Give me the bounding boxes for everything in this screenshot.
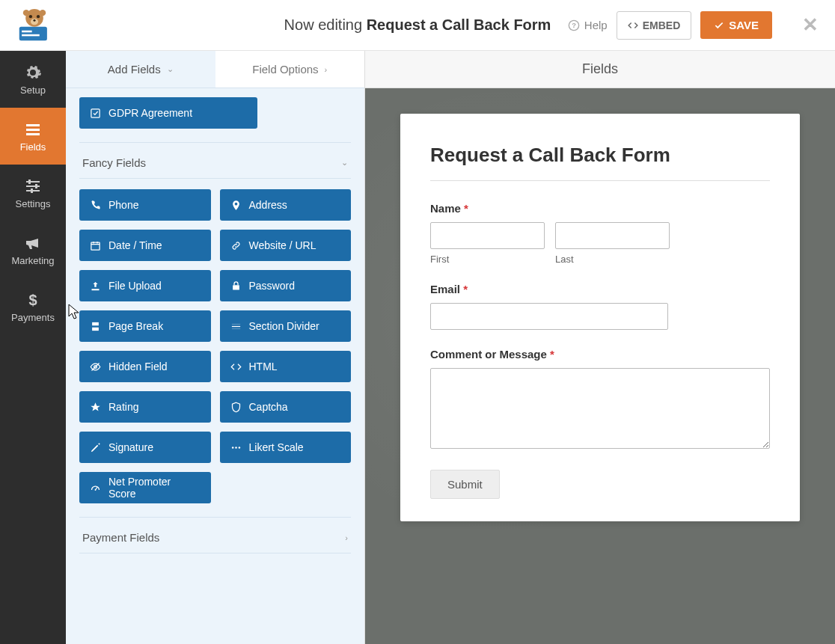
- field-name[interactable]: Name * First Last: [430, 202, 770, 265]
- comment-label: Comment or Message *: [430, 348, 770, 361]
- tab-field-options[interactable]: Field Options ›: [215, 51, 365, 88]
- sliders-icon: [24, 177, 42, 195]
- nav-payments-label: Payments: [11, 312, 55, 323]
- svg-point-4: [29, 15, 32, 18]
- field-password-label: Password: [249, 280, 295, 292]
- help-icon: ?: [568, 19, 580, 31]
- pencil-icon: [90, 442, 101, 453]
- field-divider[interactable]: Section Divider: [220, 310, 352, 342]
- svg-rect-28: [92, 322, 99, 325]
- nav-settings[interactable]: Settings: [0, 165, 66, 221]
- field-rating[interactable]: Rating: [79, 391, 211, 423]
- pagebreak-icon: [90, 321, 101, 332]
- field-signature[interactable]: Signature: [79, 432, 211, 463]
- fields-scroll[interactable]: GDPR Agreement Fancy Fields ⌄ Phone Addr…: [66, 88, 364, 644]
- field-email[interactable]: Email *: [430, 283, 770, 330]
- main-area: Setup Fields Settings Marketing $ Paymen…: [0, 51, 835, 644]
- field-likert[interactable]: Likert Scale: [220, 432, 352, 463]
- app-logo: [9, 4, 60, 46]
- required-mark: *: [460, 283, 468, 295]
- field-datetime-label: Date / Time: [108, 239, 162, 251]
- save-button[interactable]: SAVE: [700, 11, 772, 39]
- nav-marketing[interactable]: Marketing: [0, 221, 66, 278]
- svg-point-5: [37, 15, 40, 18]
- svg-rect-23: [91, 242, 100, 250]
- calendar-icon: [90, 240, 101, 251]
- tab-options-label: Field Options: [252, 63, 318, 76]
- field-upload[interactable]: File Upload: [79, 270, 211, 301]
- nav-setup-label: Setup: [20, 85, 46, 96]
- divider: [430, 180, 770, 181]
- svg-rect-27: [233, 285, 239, 289]
- field-nps[interactable]: Net Promoter Score: [79, 472, 211, 503]
- svg-rect-20: [31, 188, 33, 193]
- field-website[interactable]: Website / URL: [220, 230, 352, 261]
- fancy-fields-label: Fancy Fields: [82, 156, 146, 169]
- side-nav: Setup Fields Settings Marketing $ Paymen…: [0, 51, 66, 644]
- upload-icon: [90, 280, 101, 292]
- svg-point-7: [33, 19, 35, 21]
- field-datetime[interactable]: Date / Time: [79, 230, 211, 261]
- embed-label: EMBED: [643, 19, 681, 31]
- nav-marketing-label: Marketing: [11, 255, 54, 266]
- form-name: Request a Call Back Form: [367, 16, 551, 33]
- dots-icon: [230, 442, 242, 453]
- field-html[interactable]: HTML: [220, 351, 352, 382]
- svg-point-35: [231, 447, 233, 449]
- name-label: Name *: [430, 202, 770, 215]
- lock-icon: [230, 280, 242, 292]
- field-password[interactable]: Password: [220, 270, 352, 301]
- embed-button[interactable]: EMBED: [617, 11, 692, 40]
- tab-add-fields[interactable]: Add Fields ⌄: [66, 51, 215, 88]
- svg-text:$: $: [28, 292, 37, 308]
- editing-prefix: Now editing: [284, 16, 367, 33]
- first-name-input[interactable]: [430, 222, 545, 249]
- gauge-icon: [90, 482, 101, 494]
- nav-fields[interactable]: Fields: [0, 108, 66, 165]
- first-sublabel: First: [430, 254, 545, 265]
- field-address[interactable]: Address: [220, 189, 352, 221]
- comment-textarea[interactable]: [430, 368, 770, 449]
- email-label: Email *: [430, 283, 770, 295]
- field-pagebreak[interactable]: Page Break: [79, 310, 211, 342]
- field-hidden[interactable]: Hidden Field: [79, 351, 211, 382]
- svg-rect-2: [22, 34, 40, 36]
- submit-button[interactable]: Submit: [430, 470, 500, 499]
- svg-point-8: [23, 9, 29, 15]
- chevron-right-icon: ›: [325, 65, 328, 74]
- field-html-label: HTML: [249, 361, 278, 372]
- field-gdpr[interactable]: GDPR Agreement: [79, 97, 257, 129]
- panel-tabs: Add Fields ⌄ Field Options ›: [66, 51, 364, 88]
- field-captcha[interactable]: Captcha: [220, 391, 352, 423]
- code-icon: [230, 361, 242, 372]
- dollar-icon: $: [24, 291, 42, 309]
- nav-fields-label: Fields: [20, 141, 46, 153]
- field-address-label: Address: [249, 199, 287, 211]
- field-phone[interactable]: Phone: [79, 189, 211, 221]
- nav-payments[interactable]: $ Payments: [0, 278, 66, 335]
- help-link[interactable]: ? Help: [568, 19, 608, 31]
- nav-setup[interactable]: Setup: [0, 51, 66, 108]
- close-button[interactable]: ✕: [795, 13, 826, 37]
- svg-rect-19: [35, 184, 37, 188]
- tab-add-label: Add Fields: [108, 63, 161, 76]
- field-comment[interactable]: Comment or Message *: [430, 348, 770, 452]
- payment-fields-header[interactable]: Payment Fields ›: [79, 517, 351, 553]
- email-input[interactable]: [430, 303, 668, 330]
- save-label: SAVE: [729, 19, 759, 31]
- preview-title-bar: Fields: [365, 51, 835, 88]
- gear-icon: [24, 64, 42, 82]
- fancy-fields-header[interactable]: Fancy Fields ⌄: [79, 142, 351, 179]
- code-icon: [628, 20, 638, 31]
- form-preview[interactable]: Request a Call Back Form Name * First La…: [400, 114, 800, 521]
- check-square-icon: [90, 108, 101, 119]
- field-website-label: Website / URL: [249, 239, 316, 251]
- form-title: Request a Call Back Form: [430, 144, 770, 167]
- chevron-down-icon: ⌄: [167, 64, 174, 74]
- list-icon: [24, 120, 42, 138]
- svg-point-36: [235, 447, 237, 449]
- last-name-input[interactable]: [555, 222, 670, 249]
- preview-title-label: Fields: [582, 61, 618, 77]
- help-label: Help: [584, 19, 608, 31]
- pin-icon: [230, 200, 242, 211]
